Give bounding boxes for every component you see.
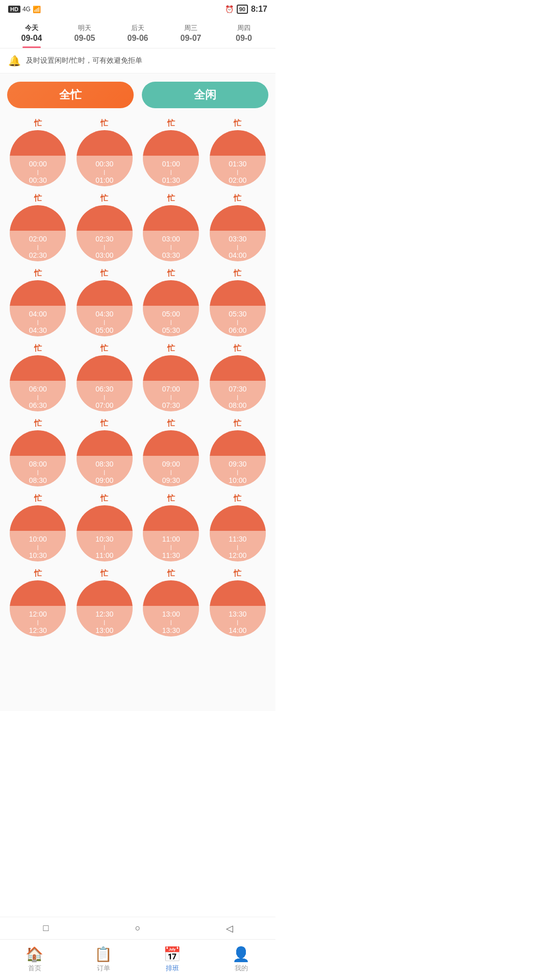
slot-time-end: 03:00 — [95, 251, 113, 260]
time-slot[interactable]: 忙 03:00 | 03:30 — [140, 193, 202, 261]
status-left: HD 4G 📶 — [8, 6, 41, 13]
time-slot[interactable]: 忙 09:30 | 10:00 — [207, 419, 269, 486]
time-slot[interactable]: 忙 08:30 | 09:00 — [74, 419, 136, 486]
time-slot[interactable]: 忙 13:30 | 14:00 — [207, 569, 269, 636]
slot-circle: 09:30 | 10:00 — [210, 430, 266, 486]
slot-divider: | — [170, 244, 172, 250]
slot-circle: 01:00 | 01:30 — [143, 130, 199, 186]
all-busy-button[interactable]: 全忙 — [7, 82, 134, 108]
bell-icon: 🔔 — [8, 55, 21, 67]
slot-busy-label: 忙 — [101, 118, 108, 128]
slot-circle: 10:30 | 11:00 — [77, 505, 133, 561]
time-slot[interactable]: 忙 06:00 | 06:30 — [7, 344, 69, 411]
time-slot[interactable]: 忙 12:00 | 12:30 — [7, 569, 69, 636]
slot-divider: | — [37, 620, 39, 625]
slot-busy-label: 忙 — [167, 193, 175, 203]
all-free-button[interactable]: 全闲 — [142, 82, 268, 108]
date-tab-tomorrow[interactable]: 明天 09-05 — [58, 18, 111, 48]
slot-busy-label: 忙 — [234, 344, 241, 353]
time-slot[interactable]: 忙 03:30 | 04:00 — [207, 193, 269, 261]
slot-divider: | — [237, 395, 238, 400]
date-tab-day-after[interactable]: 后天 09-06 — [111, 18, 164, 48]
slot-circle: 13:00 | 13:30 — [143, 580, 199, 636]
slot-divider: | — [237, 169, 238, 175]
slot-circle: 00:00 | 00:30 — [10, 130, 66, 186]
notice-text: 及时设置闲时/忙时，可有效避免拒单 — [26, 56, 142, 65]
time-slot[interactable]: 忙 13:00 | 13:30 — [140, 569, 202, 636]
slot-circle: 05:00 | 05:30 — [143, 280, 199, 336]
slot-circle: 02:00 | 02:30 — [10, 205, 66, 261]
slot-time-end: 07:00 — [95, 401, 113, 410]
signal-icon: 📶 — [33, 6, 41, 13]
slot-time-start: 00:30 — [95, 160, 113, 168]
time-slot[interactable]: 忙 08:00 | 08:30 — [7, 419, 69, 486]
slot-busy-label: 忙 — [34, 344, 42, 353]
time-slot[interactable]: 忙 11:30 | 12:00 — [207, 494, 269, 561]
date-tab-thu[interactable]: 周四 09-0 — [217, 18, 270, 48]
time-slot[interactable]: 忙 00:00 | 00:30 — [7, 118, 69, 186]
slot-divider: | — [170, 395, 172, 400]
slot-time-start: 04:00 — [29, 310, 47, 318]
time-slot[interactable]: 忙 04:00 | 04:30 — [7, 268, 69, 336]
date-tab-today[interactable]: 今天 09-04 — [5, 18, 58, 48]
time-slot[interactable]: 忙 07:30 | 08:00 — [207, 344, 269, 411]
time-grid: 忙 00:00 | 00:30 忙 00:30 | 01:00 忙 — [7, 118, 268, 636]
time-slot[interactable]: 忙 00:30 | 01:00 — [74, 118, 136, 186]
time-slot[interactable]: 忙 10:30 | 11:00 — [74, 494, 136, 561]
time-slot[interactable]: 忙 04:30 | 05:00 — [74, 268, 136, 336]
slot-time-end: 08:00 — [229, 401, 246, 410]
date-label: 09-04 — [7, 34, 56, 43]
time-slot[interactable]: 忙 06:30 | 07:00 — [74, 344, 136, 411]
slot-divider: | — [37, 320, 39, 325]
action-row: 全忙 全闲 — [7, 82, 268, 108]
slot-busy-label: 忙 — [34, 569, 42, 578]
time-slot[interactable]: 忙 09:00 | 09:30 — [140, 419, 202, 486]
slot-divider: | — [170, 169, 172, 175]
slot-time-start: 07:30 — [229, 385, 246, 394]
slot-busy-label: 忙 — [101, 569, 108, 578]
slot-busy-label: 忙 — [101, 268, 108, 278]
slot-time-end: 03:30 — [162, 251, 180, 260]
slot-busy-label: 忙 — [34, 494, 42, 503]
slot-divider: | — [104, 545, 105, 550]
slot-circle: 10:00 | 10:30 — [10, 505, 66, 561]
slot-busy-label: 忙 — [167, 268, 175, 278]
time-slot[interactable]: 忙 05:00 | 05:30 — [140, 268, 202, 336]
time-slot[interactable]: 忙 10:00 | 10:30 — [7, 494, 69, 561]
slot-time-end: 04:30 — [29, 326, 47, 335]
slot-circle: 06:00 | 06:30 — [10, 355, 66, 411]
time-slot[interactable]: 忙 02:00 | 02:30 — [7, 193, 69, 261]
slot-divider: | — [237, 545, 238, 550]
status-bar: HD 4G 📶 ⏰ 90 8:17 — [0, 0, 276, 18]
slot-busy-label: 忙 — [101, 193, 108, 203]
slot-busy-label: 忙 — [34, 419, 42, 428]
slot-divider: | — [170, 620, 172, 625]
day-label: 明天 — [60, 23, 109, 33]
slot-time-end: 12:00 — [229, 551, 246, 560]
slot-time-start: 08:00 — [29, 460, 47, 469]
slot-busy-label: 忙 — [167, 419, 175, 428]
slot-time-start: 11:00 — [162, 535, 180, 544]
date-tabs: 今天 09-04 明天 09-05 后天 09-06 周三 09-07 周四 0… — [0, 18, 276, 48]
slot-circle: 00:30 | 01:00 — [77, 130, 133, 186]
date-label: 09-07 — [166, 34, 215, 43]
battery-indicator: 90 — [237, 5, 248, 14]
time-slot[interactable]: 忙 07:00 | 07:30 — [140, 344, 202, 411]
time-slot[interactable]: 忙 01:00 | 01:30 — [140, 118, 202, 186]
slot-busy-label: 忙 — [167, 494, 175, 503]
date-tab-wed[interactable]: 周三 09-07 — [164, 18, 217, 48]
slot-time-end: 06:30 — [29, 401, 47, 410]
slot-divider: | — [104, 395, 105, 400]
slot-time-start: 13:00 — [162, 610, 180, 619]
time-slot[interactable]: 忙 11:00 | 11:30 — [140, 494, 202, 561]
slot-time-end: 11:00 — [95, 551, 113, 560]
time-slot[interactable]: 忙 05:30 | 06:00 — [207, 268, 269, 336]
time-slot[interactable]: 忙 12:30 | 13:00 — [74, 569, 136, 636]
slot-busy-label: 忙 — [234, 193, 241, 203]
time-slot[interactable]: 忙 02:30 | 03:00 — [74, 193, 136, 261]
time-slot[interactable]: 忙 01:30 | 02:00 — [207, 118, 269, 186]
slot-time-end: 11:30 — [162, 551, 180, 560]
slot-circle: 07:30 | 08:00 — [210, 355, 266, 411]
slot-divider: | — [104, 470, 105, 475]
slot-circle: 12:30 | 13:00 — [77, 580, 133, 636]
